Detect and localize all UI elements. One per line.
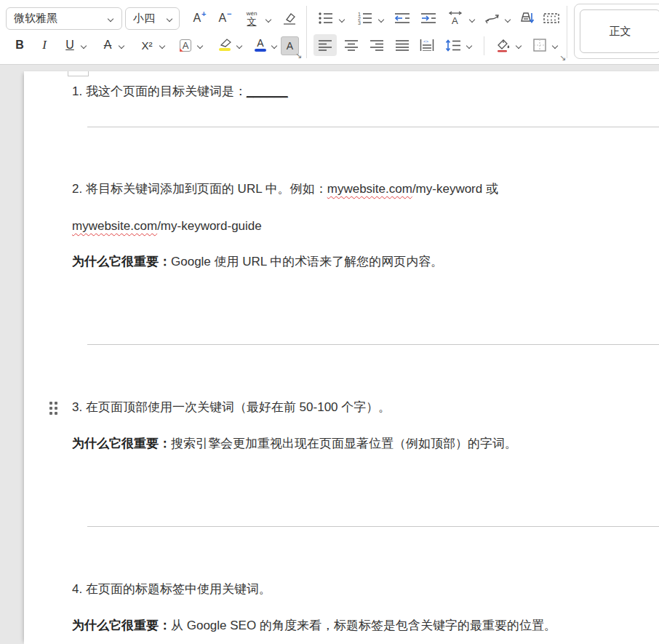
style-gallery: 正文 — [574, 4, 659, 59]
document-area: 1. 我这个页面的目标关键词是：______ 2. 将目标关键词添加到页面的 U… — [0, 65, 659, 644]
bullet-list-button[interactable] — [315, 7, 337, 29]
chevron-down-icon[interactable] — [505, 17, 511, 23]
spellcheck-url: mywebsite.com — [327, 182, 412, 196]
align-left-button[interactable] — [313, 34, 337, 56]
clear-format-button[interactable] — [277, 7, 300, 29]
shrink-font-icon: A — [218, 12, 226, 24]
style-item-normal[interactable]: 正文 — [580, 9, 659, 53]
grow-font-button[interactable]: A+ — [188, 7, 211, 29]
line-spacing-icon — [445, 39, 461, 52]
toolbar-separator — [306, 6, 307, 58]
font-size-select[interactable]: 小四 — [125, 7, 180, 30]
toolbar-separator — [567, 6, 567, 58]
paragraph-text: /my-keyword — [412, 182, 482, 196]
dialog-launcher-icon[interactable]: ↘ — [559, 54, 566, 62]
paragraph-text: 4. 在页面的标题标签中使用关键词。 — [72, 582, 271, 596]
font-name-value: 微软雅黑 — [7, 12, 121, 25]
spellcheck-url: mywebsite.com — [72, 219, 157, 233]
line-spacing-button[interactable] — [442, 34, 465, 56]
chevron-down-icon[interactable] — [466, 43, 472, 49]
justify-button[interactable] — [391, 34, 413, 56]
dialog-launcher-icon[interactable]: ↘ — [295, 52, 302, 60]
character-scale-button[interactable]: A — [444, 7, 467, 29]
chevron-down-icon[interactable] — [339, 17, 345, 23]
paragraph-text: 3. 在页面顶部使用一次关键词（最好在前 50-100 个字）。 — [72, 400, 391, 414]
superscript-button[interactable]: X² — [135, 34, 159, 56]
paragraph-why-url[interactable]: 为什么它很重要：Google 使用 URL 中的术语来了解您的网页内容。 — [72, 253, 652, 271]
borders-icon — [532, 38, 547, 52]
sort-button[interactable] — [516, 7, 537, 29]
align-center-icon — [344, 39, 359, 51]
text-wrap-button[interactable] — [482, 7, 503, 29]
distribute-icon: <> — [420, 39, 434, 51]
increase-indent-button[interactable] — [418, 7, 439, 29]
bullet-list-icon — [318, 11, 334, 25]
paragraph-top-keyword[interactable]: 3. 在页面顶部使用一次关键词（最好在前 50-100 个字）。 — [72, 398, 652, 417]
superscript-icon: X² — [142, 39, 153, 52]
chevron-down-icon[interactable] — [271, 43, 277, 49]
eraser-icon — [281, 11, 297, 25]
highlight-color-button[interactable] — [214, 33, 236, 55]
align-center-button[interactable] — [340, 34, 362, 56]
borders-button[interactable] — [528, 34, 551, 56]
phonetic-guide-button[interactable]: wén 文 — [240, 7, 263, 29]
paragraph-text: 或 — [482, 182, 498, 196]
bold-icon: B — [15, 39, 24, 52]
chevron-down-icon[interactable] — [197, 43, 203, 49]
underline-icon: U — [65, 39, 74, 52]
paragraph-text: 2. 将目标关键词添加到页面的 URL 中。例如： — [72, 182, 327, 196]
page-gap-marker[interactable] — [68, 71, 89, 76]
chevron-down-icon[interactable] — [469, 17, 475, 23]
font-name-select[interactable]: 微软雅黑 — [6, 7, 122, 30]
toolbar-separator — [484, 36, 484, 55]
underline-button[interactable]: U — [60, 34, 80, 56]
font-color-button[interactable]: A — [250, 33, 271, 55]
paragraph-why-top[interactable]: 为什么它很重要：搜索引擎会更加重视出现在页面显著位置（例如顶部）的字词。 — [72, 434, 652, 453]
chevron-down-icon[interactable] — [81, 43, 87, 49]
chevron-down-icon[interactable] — [159, 43, 165, 49]
paragraph-keyword-blank[interactable]: 1. 我这个页面的目标关键词是：______ — [72, 82, 652, 101]
character-border-button[interactable]: A — [175, 34, 196, 56]
sort-icon — [519, 11, 535, 25]
chevron-down-icon[interactable] — [516, 43, 522, 49]
chevron-down-icon[interactable] — [236, 43, 242, 49]
paragraph-text: 从 Google SEO 的角度来看，标题标签是包含关键字的最重要的位置。 — [171, 619, 556, 632]
why-label: 为什么它很重要： — [72, 619, 171, 632]
paragraph-title-tag[interactable]: 4. 在页面的标题标签中使用关键词。 — [72, 580, 652, 599]
paragraph-text: Google 使用 URL 中的术语来了解您的网页内容。 — [171, 255, 443, 269]
chevron-down-icon[interactable] — [552, 43, 558, 49]
align-right-button[interactable] — [366, 34, 388, 56]
paragraph-text: 搜索引擎会更加重视出现在页面显著位置（例如顶部）的字词。 — [171, 437, 517, 450]
document-page[interactable]: 1. 我这个页面的目标关键词是：______ 2. 将目标关键词添加到页面的 U… — [24, 71, 659, 644]
shading-fill-button[interactable] — [492, 34, 515, 56]
s-arrow-icon — [484, 12, 501, 25]
paragraph-url-line1[interactable]: 2. 将目标关键词添加到页面的 URL 中。例如：mywebsite.com/m… — [72, 180, 652, 199]
page-grid-button[interactable] — [541, 7, 562, 29]
svg-text:A: A — [452, 15, 458, 25]
why-label: 为什么它很重要： — [72, 255, 171, 269]
paragraph-url-line2[interactable]: mywebsite.com/my-keyword-guide — [72, 217, 652, 236]
horizontal-rule — [87, 526, 659, 527]
chevron-down-icon[interactable] — [119, 43, 124, 49]
outdent-icon — [394, 11, 411, 25]
paragraph-text: /my-keyword-guide — [157, 219, 262, 233]
numbered-list-icon: 123 — [357, 11, 373, 25]
highlight-pen-icon — [217, 38, 233, 47]
strikethrough-button[interactable]: A — [97, 34, 118, 56]
highlight-color-bar — [219, 48, 231, 51]
italic-button[interactable]: I — [35, 34, 54, 56]
drag-handle[interactable] — [49, 402, 57, 415]
why-label: 为什么它很重要： — [72, 437, 171, 450]
bold-button[interactable]: B — [10, 34, 29, 56]
character-border-icon: A — [180, 39, 192, 52]
chevron-down-icon[interactable] — [265, 17, 271, 23]
shrink-font-button[interactable]: A− — [213, 7, 236, 29]
decrease-indent-button[interactable] — [391, 7, 413, 29]
chevron-down-icon[interactable] — [378, 17, 384, 23]
align-right-icon — [370, 39, 384, 51]
distribute-button[interactable]: <> — [416, 34, 438, 56]
paragraph-why-title[interactable]: 为什么它很重要：从 Google SEO 的角度来看，标题标签是包含关键字的最重… — [72, 616, 652, 635]
font-color-bar — [255, 49, 266, 52]
paint-bucket-icon — [495, 37, 512, 53]
numbered-list-button[interactable]: 123 — [354, 7, 376, 29]
